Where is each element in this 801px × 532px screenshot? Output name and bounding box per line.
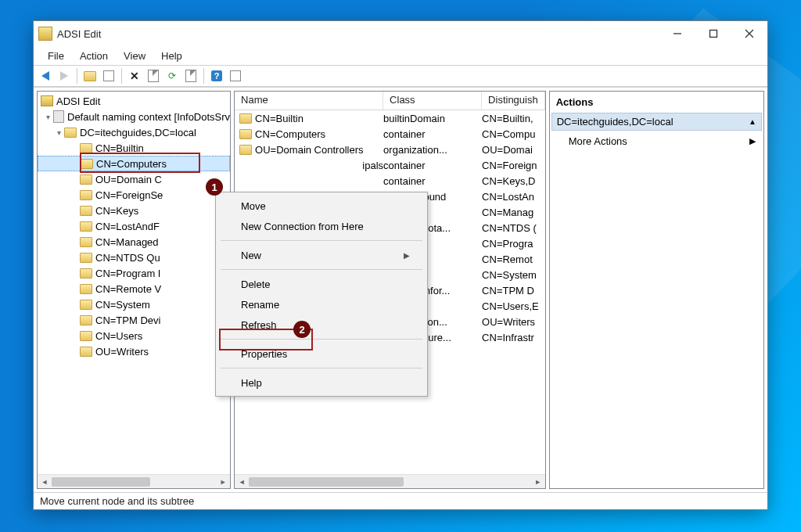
tree-node[interactable]: CN=LostAndF <box>38 218 230 234</box>
adsi-edit-app-icon <box>38 27 52 41</box>
expand-icon[interactable]: ▾ <box>53 128 64 137</box>
submenu-arrow-icon: ▶ <box>404 251 410 260</box>
tree-root[interactable]: ADSI Edit <box>38 93 230 109</box>
tree-horizontal-scrollbar[interactable]: ◄ ► <box>38 474 230 488</box>
list-row[interactable]: CN=BuiltinbuiltinDomainCN=Builtin, <box>235 110 545 126</box>
scroll-right-button[interactable]: ► <box>531 476 545 488</box>
svg-rect-0 <box>710 31 717 38</box>
column-header-name[interactable]: Name <box>235 92 383 110</box>
list-row[interactable]: OU=Domain Controllersorganization...OU=D… <box>235 142 545 157</box>
cell-class: organization... <box>383 144 482 156</box>
help-icon: ? <box>211 70 222 81</box>
context-menu-separator <box>221 339 422 340</box>
list-row[interactable]: CN=ComputerscontainerCN=Compu <box>235 126 545 142</box>
cell-dn: CN=LostAn <box>482 191 545 203</box>
tree-node-label: CN=LostAndF <box>95 221 160 232</box>
context-menu-item[interactable]: Refresh <box>217 315 426 335</box>
expand-icon[interactable]: ▾ <box>42 113 53 121</box>
callout-marker-1: 1 <box>206 178 223 196</box>
tree-node[interactable]: CN=System <box>38 297 230 312</box>
tree-node[interactable]: CN=TPM Devi <box>38 312 230 328</box>
arrow-left-icon <box>41 71 49 81</box>
context-menu-item[interactable]: Help <box>217 372 426 393</box>
cell-name: CN=Builtin <box>255 113 304 124</box>
tree-node[interactable]: CN=Program I <box>38 265 230 281</box>
properties-button[interactable] <box>145 67 162 84</box>
tree-node[interactable]: CN=ForeignSe <box>38 187 230 203</box>
minimize-button[interactable] <box>659 21 695 46</box>
folder-up-icon <box>84 71 96 81</box>
tree-node[interactable]: CN=Users <box>38 328 230 343</box>
tree-node[interactable]: CN=NTDS Qu <box>38 250 230 265</box>
context-menu-item[interactable]: New▶ <box>217 245 426 265</box>
folder-icon <box>80 284 92 294</box>
list-header: Name Class Distinguish <box>235 92 545 110</box>
tree-node-label: CN=Remote V <box>95 283 161 295</box>
maximize-button[interactable] <box>695 21 731 46</box>
forward-button[interactable] <box>56 67 73 84</box>
tree-node-label: CN=ForeignSe <box>95 189 163 201</box>
cell-dn: CN=Compu <box>482 128 545 140</box>
context-menu-item[interactable]: Properties <box>217 343 426 364</box>
menu-help[interactable]: Help <box>155 49 189 63</box>
window-title: ADSI Edit <box>57 28 659 40</box>
menu-view[interactable]: View <box>117 49 152 63</box>
help-button[interactable]: ? <box>208 67 225 84</box>
tree-node[interactable]: CN=Builtin <box>38 140 230 156</box>
back-button[interactable] <box>37 67 54 84</box>
refresh-icon: ⟳ <box>166 70 178 82</box>
adsi-edit-window: ADSI Edit File Action View Help ✕ ⟳ <box>33 20 768 510</box>
actions-header: Actions <box>550 92 763 113</box>
tree-node[interactable]: OU=Domain C <box>38 171 230 187</box>
calendar-button[interactable] <box>227 67 244 84</box>
context-menu-item[interactable]: Delete <box>217 274 426 294</box>
tree-node[interactable]: OU=Writers <box>38 343 230 359</box>
tree-root-label: ADSI Edit <box>56 95 100 107</box>
list-horizontal-scrollbar[interactable]: ◄ ► <box>235 474 545 488</box>
actions-selected-node[interactable]: DC=itechguides,DC=local ▲ <box>551 113 762 131</box>
close-button[interactable] <box>731 21 767 46</box>
tree-node-label: OU=Domain C <box>95 174 162 185</box>
cell-name: ipals <box>362 160 383 171</box>
column-header-dn[interactable]: Distinguish <box>482 92 545 110</box>
tree-node[interactable]: CN=Computers <box>38 156 230 171</box>
list-row[interactable]: ipalscontainerCN=Foreign <box>235 157 545 173</box>
tree-node[interactable]: CN=Remote V <box>38 281 230 297</box>
folder-icon <box>80 268 92 279</box>
cell-dn: CN=Foreign <box>482 160 545 171</box>
folder-icon <box>80 315 92 325</box>
delete-button[interactable]: ✕ <box>126 67 143 84</box>
folder-icon <box>80 253 92 263</box>
refresh-button[interactable]: ⟳ <box>163 67 181 84</box>
actions-more-actions[interactable]: More Actions ▶ <box>550 131 763 147</box>
tree-node-label: CN=Computers <box>96 158 167 170</box>
context-menu-item[interactable]: Move <box>217 196 426 216</box>
export-list-button[interactable] <box>182 67 199 84</box>
menu-file[interactable]: File <box>41 49 70 63</box>
menu-action[interactable]: Action <box>74 49 114 63</box>
cell-name: OU=Domain Controllers <box>255 144 363 156</box>
cell-dn: CN=Remot <box>482 253 545 265</box>
context-menu-label: Delete <box>241 279 271 290</box>
up-folder-button[interactable] <box>81 67 99 84</box>
tree-naming-context[interactable]: ▾ Default naming context [InfoDotsSrv <box>38 109 230 124</box>
tree-node[interactable]: CN=Managed <box>38 234 230 250</box>
tree-domain[interactable]: ▾ DC=itechguides,DC=local <box>38 124 230 140</box>
list-row[interactable]: containerCN=Keys,D <box>235 173 545 189</box>
callout-marker-2: 2 <box>293 321 311 338</box>
scroll-left-button[interactable]: ◄ <box>38 476 52 488</box>
tree-node[interactable]: CN=Keys <box>38 203 230 218</box>
actions-more-label: More Actions <box>569 135 627 147</box>
context-menu-item[interactable]: New Connection from Here <box>217 216 426 236</box>
collapse-up-icon[interactable]: ▲ <box>749 117 756 126</box>
context-menu-label: Move <box>241 200 266 212</box>
context-menu-item[interactable]: Rename <box>217 294 426 315</box>
properties-icon <box>148 70 159 82</box>
server-icon <box>53 110 64 123</box>
cell-dn: CN=Users,E <box>482 300 545 312</box>
cell-dn: CN=TPM D <box>482 285 545 297</box>
column-header-class[interactable]: Class <box>383 92 482 110</box>
scroll-right-button[interactable]: ► <box>216 476 230 488</box>
scroll-left-button[interactable]: ◄ <box>235 476 249 488</box>
show-hide-console-button[interactable] <box>100 67 117 84</box>
